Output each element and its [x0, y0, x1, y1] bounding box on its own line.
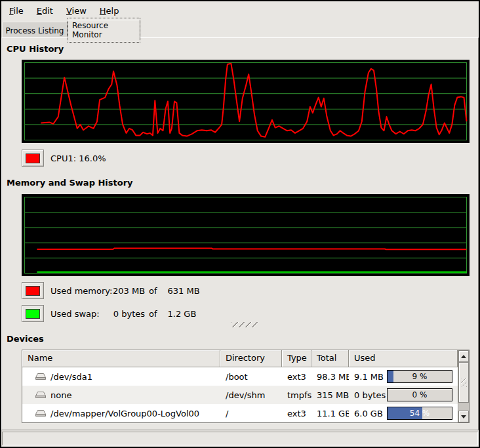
pane-resize-grip[interactable] [231, 322, 258, 327]
devices-list: NameDirectoryTypeTotalUsed /dev/sda1/boo… [22, 350, 458, 422]
device-used-value: 0 bytes [354, 390, 386, 400]
cpu-history-graph [22, 60, 470, 143]
device-name-cell: none [22, 390, 220, 400]
usage-percent-label: 9 % [388, 371, 452, 382]
column-header-type[interactable]: Type [282, 350, 311, 367]
device-name-cell: /dev/sda1 [22, 372, 220, 382]
devices-header: NameDirectoryTypeTotalUsed [22, 350, 458, 367]
column-header-name[interactable]: Name [22, 350, 220, 367]
device-directory-cell: /boot [220, 372, 282, 382]
tab-process-listing[interactable]: Process Listing [2, 22, 68, 39]
memory-color-button[interactable] [22, 282, 44, 299]
device-directory-cell: / [220, 409, 282, 418]
device-row-2[interactable]: none/dev/shmtmpfs315 MB0 bytes0 % [22, 386, 458, 404]
column-header-directory[interactable]: Directory [220, 350, 282, 367]
device-used-cell: 6.0 GB54 % [349, 407, 458, 420]
cpu-color-swatch [26, 153, 40, 163]
tab-resource-monitor[interactable]: Resource Monitor [68, 20, 140, 39]
memory-used-value: 203 MB [113, 286, 145, 296]
swap-legend: Used swap: 0 bytes of 1.2 GB [22, 305, 196, 322]
device-name: /dev/mapper/VolGroup00-LogVol00 [50, 409, 199, 418]
usage-percent-label: 0 % [388, 389, 452, 401]
column-header-total[interactable]: Total [311, 350, 349, 367]
device-directory-cell: /dev/shm [220, 390, 282, 400]
usage-progress-bar: 9 % [387, 370, 452, 383]
tab-label: Process Listing [6, 26, 64, 35]
menu-view[interactable]: View [60, 3, 93, 19]
memory-swap-title: Memory and Swap History [7, 178, 133, 188]
scroll-up-button[interactable] [458, 350, 469, 362]
column-header-used[interactable]: Used [349, 350, 458, 367]
devices-title: Devices [7, 334, 44, 344]
device-type-cell: ext3 [282, 409, 311, 418]
status-bar [2, 432, 478, 445]
memory-legend: Used memory: 203 MB of 631 MB [22, 282, 200, 299]
menubar: FileEditViewHelp [1, 1, 479, 20]
memory-total-value: 631 MB [168, 286, 200, 296]
swap-total-value: 1.2 GB [168, 309, 197, 319]
swap-legend-label: Used swap: [50, 309, 113, 319]
swap-of-text: of [149, 309, 157, 319]
swap-used-value: 0 bytes [113, 309, 145, 319]
cpu-color-button[interactable] [22, 150, 44, 167]
memory-of-text: of [149, 286, 157, 296]
arrow-up-icon [461, 355, 466, 358]
vertical-scrollbar[interactable] [458, 350, 469, 422]
tab-label: Resource Monitor [68, 18, 140, 42]
cpu-legend: CPU1: 16.0% [22, 150, 106, 167]
usage-percent-label: 54 % [388, 407, 452, 419]
devices-body: /dev/sda1/bootext398.3 MB9.1 MB9 %none/d… [22, 367, 458, 422]
disk-icon [35, 391, 47, 399]
cpu-legend-label: CPU1: 16.0% [50, 153, 106, 163]
menu-edit[interactable]: Edit [30, 3, 60, 19]
device-name: none [50, 390, 71, 400]
usage-progress-bar: 54 % [387, 407, 452, 420]
device-total-cell: 98.3 MB [311, 372, 349, 382]
swap-color-swatch [26, 309, 40, 319]
device-type-cell: tmpfs [282, 390, 311, 400]
device-used-cell: 0 bytes0 % [349, 388, 458, 401]
device-row-3[interactable]: /dev/mapper/VolGroup00-LogVol00/ext311.1… [22, 404, 458, 422]
arrow-down-icon [461, 415, 466, 418]
disk-icon [35, 409, 47, 418]
memory-swap-graph [22, 194, 470, 276]
page-resource-monitor: CPU History CPU1: 16.0% Memory and Swap … [1, 37, 479, 430]
device-name: /dev/sda1 [50, 372, 92, 382]
memory-legend-label: Used memory: [50, 286, 113, 296]
device-name-cell: /dev/mapper/VolGroup00-LogVol00 [22, 409, 220, 418]
devices-table: NameDirectoryTypeTotalUsed /dev/sda1/boo… [22, 350, 470, 423]
window: FileEditViewHelp Process ListingResource… [0, 0, 480, 448]
device-type-cell: ext3 [282, 372, 311, 382]
menu-help[interactable]: Help [93, 3, 126, 19]
scrollbar-thumb[interactable] [458, 362, 469, 403]
device-total-cell: 315 MB [311, 390, 349, 400]
scroll-down-button[interactable] [458, 411, 469, 422]
device-used-value: 9.1 MB [354, 372, 384, 382]
device-used-cell: 9.1 MB9 % [349, 370, 458, 383]
swap-color-button[interactable] [22, 305, 44, 322]
device-total-cell: 11.1 GB [311, 409, 349, 418]
disk-icon [35, 373, 47, 381]
device-used-value: 6.0 GB [354, 409, 383, 418]
cpu-history-title: CPU History [7, 44, 64, 54]
device-row-1[interactable]: /dev/sda1/bootext398.3 MB9.1 MB9 % [22, 367, 458, 386]
usage-progress-bar: 0 % [387, 388, 452, 401]
menu-file[interactable]: File [3, 3, 30, 19]
memory-color-swatch [26, 286, 40, 296]
